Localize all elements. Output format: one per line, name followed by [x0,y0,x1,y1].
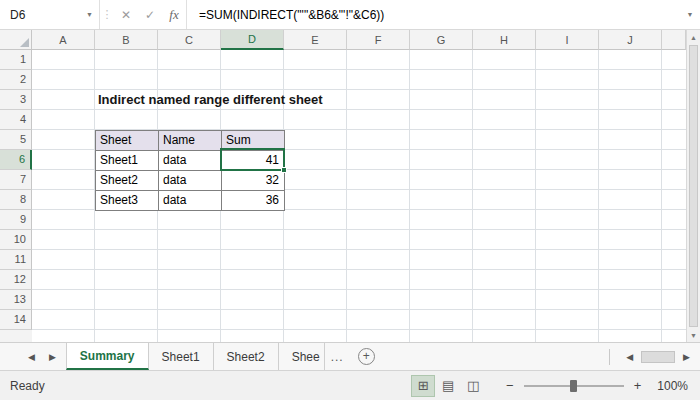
table-row: Sheet1 data 41 [96,151,285,171]
sheet-tab-bar: ◀ ▶ Summary Sheet1 Sheet2 Shee ... + ◀ ▶ [0,342,700,370]
tab-scroll-left-icon[interactable]: ◀ [28,352,35,362]
table-row: Sheet2 data 32 [96,171,285,191]
column-header[interactable]: G [410,30,473,50]
worksheet-title-cell[interactable]: Indirect named range different sheet [98,90,323,110]
cell[interactable]: 32 [222,171,285,191]
excel-window: D6 ▼ ⋮ ✕ ✓ fx =SUM(INDIRECT("'"&B6&"'!"&… [0,0,700,400]
row-header[interactable]: 14 [0,310,32,330]
column-header[interactable]: C [158,30,221,50]
column-headers: A B C D E F G H I J [32,30,686,50]
sheet-area: A B C D E F G H I J 1 2 3 4 5 6 7 8 9 10… [0,30,700,342]
status-ready-label: Ready [10,379,45,393]
column-header-filler [662,30,686,50]
cell[interactable]: data [159,191,222,211]
hscroll-right-icon[interactable]: ▶ [677,352,696,362]
row-header[interactable]: 10 [0,230,32,250]
tab-scroll-right-icon[interactable]: ▶ [49,352,56,362]
zoom-in-icon[interactable]: + [634,378,642,393]
scroll-up-icon[interactable]: ▲ [687,30,700,44]
row-header-selected[interactable]: 6 [0,150,32,170]
sheet-tab-sheet1[interactable]: Sheet1 [149,343,214,370]
sheet-cells[interactable]: Indirect named range different sheet She… [32,50,686,342]
horizontal-scrollbar-thumb[interactable] [641,351,675,363]
row-header[interactable]: 5 [0,130,32,150]
row-header[interactable]: 1 [0,50,32,70]
tab-overflow-ellipsis: ... [325,343,350,370]
row-header[interactable]: 8 [0,190,32,210]
column-header[interactable]: H [473,30,536,50]
selected-cell-value[interactable]: 41 [222,151,285,171]
sheet-tab-sheet3-truncated[interactable]: Shee [279,343,325,370]
row-header[interactable]: 4 [0,110,32,130]
tab-bar-spacer [375,343,610,370]
cell[interactable]: Sheet3 [96,191,159,211]
cell[interactable]: Sheet2 [96,171,159,191]
row-header[interactable]: 11 [0,250,32,270]
sheet-tab-sheet2[interactable]: Sheet2 [214,343,279,370]
zoom-slider-thumb[interactable] [570,380,577,392]
row-header[interactable]: 2 [0,70,32,90]
row-header[interactable]: 7 [0,170,32,190]
formula-bar-row: D6 ▼ ⋮ ✕ ✓ fx =SUM(INDIRECT("'"&B6&"'!"&… [0,0,700,30]
add-sheet-button[interactable]: + [358,348,375,365]
zoom-slider[interactable] [524,385,624,387]
select-all-button[interactable] [0,30,32,50]
cancel-icon[interactable]: ✕ [114,0,138,29]
column-header[interactable]: F [347,30,410,50]
scrollbar-divider [609,349,610,365]
page-layout-view-button[interactable]: ▤ [437,376,459,396]
row-header[interactable]: 3 [0,90,32,110]
formula-buttons: ✕ ✓ fx [114,0,187,29]
zoom-percentage[interactable]: 100% [657,379,688,393]
column-header[interactable]: A [32,30,95,50]
column-header-selected[interactable]: D [221,30,284,50]
scroll-down-icon[interactable]: ▼ [687,328,700,342]
grip-icon: ⋮ [100,0,114,29]
column-header[interactable]: I [536,30,599,50]
view-shortcuts: ⊞ ▤ ◫ [412,376,484,396]
tab-navigation: ◀ ▶ [0,343,66,370]
table-header-cell[interactable]: Sheet [96,131,159,151]
name-box-value: D6 [10,8,25,22]
fill-handle[interactable] [281,167,287,173]
column-header[interactable]: B [95,30,158,50]
table-header-cell[interactable]: Name [159,131,222,151]
formula-expand-icon[interactable]: ▼ [680,0,700,29]
insert-function-icon[interactable]: fx [162,0,186,29]
table-header-row: Sheet Name Sum [96,131,285,151]
table-header-cell[interactable]: Sum [222,131,285,151]
cell[interactable]: Sheet1 [96,151,159,171]
vertical-scrollbar-thumb[interactable] [689,45,698,327]
row-header[interactable]: 13 [0,290,32,310]
table-row: Sheet3 data 36 [96,191,285,211]
select-all-triangle-icon [20,38,29,47]
row-header[interactable]: 9 [0,210,32,230]
cell[interactable]: data [159,151,222,171]
enter-icon[interactable]: ✓ [138,0,162,29]
zoom-out-icon[interactable]: − [506,378,514,393]
normal-view-button[interactable]: ⊞ [412,376,434,396]
sheet-tab-summary[interactable]: Summary [66,343,149,370]
name-box-dropdown-icon[interactable]: ▼ [86,11,93,18]
cell[interactable]: 36 [222,191,285,211]
status-bar: Ready ⊞ ▤ ◫ − + 100% [0,370,700,400]
column-header[interactable]: E [284,30,347,50]
formula-input[interactable]: =SUM(INDIRECT("'"&B6&"'!"&C6)) [187,0,680,29]
cell[interactable]: data [159,171,222,191]
column-header[interactable]: J [599,30,662,50]
horizontal-scrollbar[interactable]: ◀ ▶ [609,343,700,370]
row-header[interactable]: 12 [0,270,32,290]
hscroll-left-icon[interactable]: ◀ [620,352,639,362]
data-table: Sheet Name Sum Sheet1 data 41 Sheet2 dat… [95,130,285,211]
page-break-view-button[interactable]: ◫ [462,376,484,396]
name-box[interactable]: D6 ▼ [0,0,100,29]
row-headers: 1 2 3 4 5 6 7 8 9 10 11 12 13 14 [0,50,32,342]
vertical-scrollbar[interactable]: ▲ ▼ [686,30,700,342]
